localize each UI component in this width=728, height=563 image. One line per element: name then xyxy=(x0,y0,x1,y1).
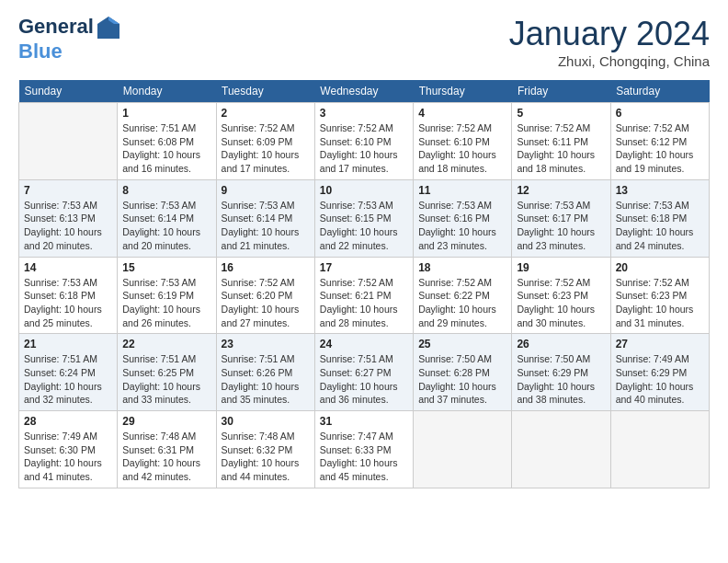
day-number: 10 xyxy=(320,184,408,197)
day-number: 22 xyxy=(122,338,210,350)
day-info: Sunrise: 7:52 AM Sunset: 6:23 PM Dayligh… xyxy=(517,276,605,330)
day-info: Sunrise: 7:52 AM Sunset: 6:23 PM Dayligh… xyxy=(616,276,704,330)
header: General Blue January 2024 Zhuxi, Chongqi… xyxy=(18,15,710,69)
calendar-cell xyxy=(512,411,610,488)
day-number: 13 xyxy=(616,184,704,197)
calendar-cell: 12Sunrise: 7:53 AM Sunset: 6:17 PM Dayli… xyxy=(512,179,610,257)
day-number: 25 xyxy=(418,338,506,350)
day-info: Sunrise: 7:51 AM Sunset: 6:25 PM Dayligh… xyxy=(122,352,210,407)
calendar-week-row: 1Sunrise: 7:51 AM Sunset: 6:08 PM Daylig… xyxy=(19,103,710,180)
calendar-cell: 4Sunrise: 7:52 AM Sunset: 6:10 PM Daylig… xyxy=(414,103,512,180)
calendar-cell: 11Sunrise: 7:53 AM Sunset: 6:16 PM Dayli… xyxy=(414,179,512,257)
day-info: Sunrise: 7:51 AM Sunset: 6:27 PM Dayligh… xyxy=(320,352,408,407)
day-number: 1 xyxy=(122,107,210,120)
calendar-cell: 9Sunrise: 7:53 AM Sunset: 6:14 PM Daylig… xyxy=(216,179,314,257)
day-info: Sunrise: 7:53 AM Sunset: 6:18 PM Dayligh… xyxy=(24,276,112,330)
logo: General Blue xyxy=(18,15,121,63)
header-tuesday: Tuesday xyxy=(216,80,314,103)
header-friday: Friday xyxy=(512,80,610,103)
day-number: 5 xyxy=(517,107,605,120)
day-info: Sunrise: 7:49 AM Sunset: 6:30 PM Dayligh… xyxy=(24,430,112,484)
day-number: 8 xyxy=(122,184,210,197)
calendar-week-row: 7Sunrise: 7:53 AM Sunset: 6:13 PM Daylig… xyxy=(19,179,710,257)
header-saturday: Saturday xyxy=(610,80,709,103)
day-info: Sunrise: 7:53 AM Sunset: 6:16 PM Dayligh… xyxy=(418,199,506,253)
day-number: 24 xyxy=(320,338,408,350)
day-number: 2 xyxy=(222,107,310,120)
day-info: Sunrise: 7:50 AM Sunset: 6:28 PM Dayligh… xyxy=(418,352,506,407)
day-number: 29 xyxy=(122,415,210,428)
day-info: Sunrise: 7:51 AM Sunset: 6:24 PM Dayligh… xyxy=(24,352,112,407)
calendar-week-row: 14Sunrise: 7:53 AM Sunset: 6:18 PM Dayli… xyxy=(19,257,710,334)
calendar-cell: 3Sunrise: 7:52 AM Sunset: 6:10 PM Daylig… xyxy=(314,103,413,180)
logo-general: General xyxy=(18,15,121,40)
calendar-cell: 20Sunrise: 7:52 AM Sunset: 6:23 PM Dayli… xyxy=(610,257,709,334)
calendar-cell: 19Sunrise: 7:52 AM Sunset: 6:23 PM Dayli… xyxy=(512,257,610,334)
day-number: 15 xyxy=(122,261,210,274)
month-title: January 2024 xyxy=(509,15,710,53)
calendar-cell: 5Sunrise: 7:52 AM Sunset: 6:11 PM Daylig… xyxy=(512,103,610,180)
day-info: Sunrise: 7:52 AM Sunset: 6:10 PM Dayligh… xyxy=(320,121,408,176)
day-info: Sunrise: 7:52 AM Sunset: 6:12 PM Dayligh… xyxy=(616,121,704,176)
calendar-cell: 26Sunrise: 7:50 AM Sunset: 6:29 PM Dayli… xyxy=(512,334,610,411)
calendar-cell xyxy=(610,411,709,488)
calendar-cell: 28Sunrise: 7:49 AM Sunset: 6:30 PM Dayli… xyxy=(19,411,118,488)
day-number: 28 xyxy=(24,415,112,428)
calendar-cell xyxy=(414,411,512,488)
day-number: 9 xyxy=(222,184,310,197)
day-info: Sunrise: 7:53 AM Sunset: 6:13 PM Dayligh… xyxy=(24,199,112,253)
calendar-week-row: 21Sunrise: 7:51 AM Sunset: 6:24 PM Dayli… xyxy=(19,334,710,411)
day-number: 31 xyxy=(320,415,408,428)
calendar-cell: 25Sunrise: 7:50 AM Sunset: 6:28 PM Dayli… xyxy=(414,334,512,411)
day-number: 14 xyxy=(24,261,112,274)
location: Zhuxi, Chongqing, China xyxy=(509,53,710,69)
calendar-cell: 16Sunrise: 7:52 AM Sunset: 6:20 PM Dayli… xyxy=(216,257,314,334)
calendar-cell: 15Sunrise: 7:53 AM Sunset: 6:19 PM Dayli… xyxy=(118,257,216,334)
day-info: Sunrise: 7:53 AM Sunset: 6:19 PM Dayligh… xyxy=(122,276,210,330)
weekday-header-row: Sunday Monday Tuesday Wednesday Thursday… xyxy=(19,80,710,103)
calendar-body: 1Sunrise: 7:51 AM Sunset: 6:08 PM Daylig… xyxy=(19,103,710,488)
day-number: 19 xyxy=(517,261,605,274)
calendar-cell: 8Sunrise: 7:53 AM Sunset: 6:14 PM Daylig… xyxy=(118,179,216,257)
day-info: Sunrise: 7:51 AM Sunset: 6:08 PM Dayligh… xyxy=(122,121,210,176)
calendar-cell: 27Sunrise: 7:49 AM Sunset: 6:29 PM Dayli… xyxy=(610,334,709,411)
day-number: 27 xyxy=(616,338,704,350)
calendar-cell: 23Sunrise: 7:51 AM Sunset: 6:26 PM Dayli… xyxy=(216,334,314,411)
day-info: Sunrise: 7:53 AM Sunset: 6:14 PM Dayligh… xyxy=(222,199,310,253)
calendar-cell: 13Sunrise: 7:53 AM Sunset: 6:18 PM Dayli… xyxy=(610,179,709,257)
calendar-cell: 31Sunrise: 7:47 AM Sunset: 6:33 PM Dayli… xyxy=(314,411,413,488)
calendar-cell: 18Sunrise: 7:52 AM Sunset: 6:22 PM Dayli… xyxy=(414,257,512,334)
day-number: 30 xyxy=(222,415,310,428)
header-monday: Monday xyxy=(118,80,216,103)
header-sunday: Sunday xyxy=(19,80,118,103)
calendar-cell: 21Sunrise: 7:51 AM Sunset: 6:24 PM Dayli… xyxy=(19,334,118,411)
day-info: Sunrise: 7:47 AM Sunset: 6:33 PM Dayligh… xyxy=(320,430,408,484)
calendar-week-row: 28Sunrise: 7:49 AM Sunset: 6:30 PM Dayli… xyxy=(19,411,710,488)
calendar-cell: 14Sunrise: 7:53 AM Sunset: 6:18 PM Dayli… xyxy=(19,257,118,334)
calendar-cell: 7Sunrise: 7:53 AM Sunset: 6:13 PM Daylig… xyxy=(19,179,118,257)
logo-blue: Blue xyxy=(18,40,121,63)
day-info: Sunrise: 7:52 AM Sunset: 6:21 PM Dayligh… xyxy=(320,276,408,330)
calendar-table: Sunday Monday Tuesday Wednesday Thursday… xyxy=(18,80,710,488)
title-block: January 2024 Zhuxi, Chongqing, China xyxy=(509,15,710,69)
day-info: Sunrise: 7:52 AM Sunset: 6:10 PM Dayligh… xyxy=(418,121,506,176)
day-info: Sunrise: 7:48 AM Sunset: 6:32 PM Dayligh… xyxy=(222,430,310,484)
day-number: 16 xyxy=(222,261,310,274)
day-number: 21 xyxy=(24,338,112,350)
day-number: 18 xyxy=(418,261,506,274)
day-number: 12 xyxy=(517,184,605,197)
day-number: 17 xyxy=(320,261,408,274)
day-number: 20 xyxy=(616,261,704,274)
calendar-cell: 17Sunrise: 7:52 AM Sunset: 6:21 PM Dayli… xyxy=(314,257,413,334)
calendar-cell: 29Sunrise: 7:48 AM Sunset: 6:31 PM Dayli… xyxy=(118,411,216,488)
day-info: Sunrise: 7:53 AM Sunset: 6:14 PM Dayligh… xyxy=(122,199,210,253)
day-info: Sunrise: 7:53 AM Sunset: 6:17 PM Dayligh… xyxy=(517,199,605,253)
day-info: Sunrise: 7:52 AM Sunset: 6:20 PM Dayligh… xyxy=(222,276,310,330)
day-info: Sunrise: 7:53 AM Sunset: 6:15 PM Dayligh… xyxy=(320,199,408,253)
day-number: 23 xyxy=(222,338,310,350)
day-info: Sunrise: 7:49 AM Sunset: 6:29 PM Dayligh… xyxy=(616,352,704,407)
calendar-cell xyxy=(19,103,118,180)
day-number: 26 xyxy=(517,338,605,350)
calendar-cell: 24Sunrise: 7:51 AM Sunset: 6:27 PM Dayli… xyxy=(314,334,413,411)
header-wednesday: Wednesday xyxy=(314,80,413,103)
